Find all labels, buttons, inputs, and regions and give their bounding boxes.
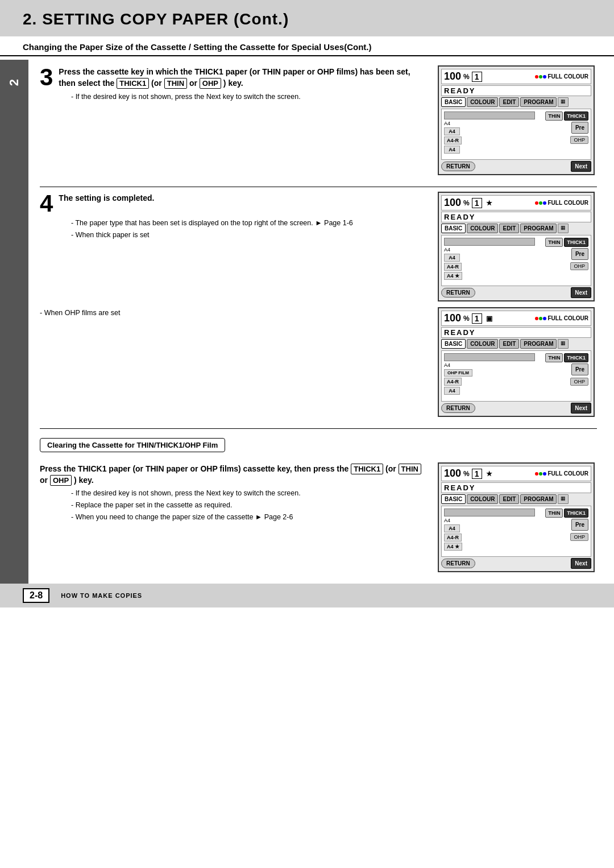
step-4-bullet-2: When thick paper is set <box>71 230 426 241</box>
step-4-row: 4 The setting is completed. The paper ty… <box>40 192 597 417</box>
step-4-bullet-1: The paper type that has been set is disp… <box>71 218 426 229</box>
nav-edit-t[interactable]: EDIT <box>499 224 519 233</box>
main-title: 2. SETTING COPY PAPER (Cont.) <box>23 10 591 28</box>
next-key-ref: Next <box>206 93 221 101</box>
cassette-a4b[interactable]: A4 <box>444 146 460 154</box>
clearing-section: Clearing the Cassette for THIN/THICK1/OH… <box>40 438 597 457</box>
clearing-colour: FULL COLOUR <box>535 470 588 477</box>
nav-basic-o[interactable]: BASIC <box>441 339 466 349</box>
next-key-c: Next <box>206 489 221 497</box>
step-3-row: 3 Press the cassette key in which the TH… <box>40 65 597 175</box>
clearing-bullet-2: Replace the paper set in the cassette as… <box>71 500 426 511</box>
screen3-copy-num: 1 <box>472 72 482 82</box>
divider-2 <box>40 428 597 429</box>
nav-basic-cl[interactable]: BASIC <box>441 494 466 504</box>
nav-program[interactable]: PROGRAM <box>520 97 557 107</box>
footer-page-number: 2-8 <box>23 588 49 603</box>
clearing-bullet-3: When you need to change the paper size o… <box>71 512 426 523</box>
nav-extra[interactable]: ▦ <box>558 97 569 107</box>
ohp-icon: ▣ <box>486 315 492 323</box>
screen3-nav: BASIC COLOUR EDIT PROGRAM ▦ <box>441 97 591 107</box>
screen-ohp-colour: FULL COLOUR <box>535 315 588 321</box>
thin-key[interactable]: THIN <box>164 78 187 89</box>
nav-colour[interactable]: COLOUR <box>467 97 498 107</box>
step-4-body: The paper type that has been set is disp… <box>71 218 426 241</box>
clearing-bullet-1: If the desired key is not shown, press t… <box>71 488 426 499</box>
ohp-key[interactable]: OHP <box>200 78 221 89</box>
thin-btn-cl[interactable]: THIN <box>545 509 563 518</box>
step-3-screen: 100 % 1 FULL COLOUR <box>438 65 597 175</box>
cassette-top <box>444 111 535 119</box>
thick1-btn-t[interactable]: THICK1 <box>564 238 588 247</box>
page-footer: 2-8 HOW TO MAKE COPIES <box>0 584 614 607</box>
screen-thick-colour: FULL COLOUR <box>535 200 588 206</box>
clearing-body: If the desired key is not shown, press t… <box>71 488 426 522</box>
nav-colour-cl[interactable]: COLOUR <box>467 494 498 504</box>
clearing-row: Press the THICK1 paper (or THIN paper or… <box>40 462 597 572</box>
footer-label: HOW TO MAKE COPIES <box>61 592 142 599</box>
divider-1 <box>40 187 597 187</box>
step-3-bullet-1: If the desired key is not shown, press t… <box>71 92 426 102</box>
side-bar: 2 <box>0 60 28 584</box>
chapter-number: 2 <box>7 77 22 86</box>
screen3-main: A4 A4 A4-R A4 <box>441 109 591 160</box>
nav-colour-t[interactable]: COLOUR <box>467 224 498 233</box>
thick1-key-c[interactable]: THICK1 <box>351 464 383 474</box>
return-btn[interactable]: RETURN <box>441 162 475 171</box>
nav-colour-o[interactable]: COLOUR <box>467 339 498 349</box>
clearing-title: Press the THICK1 paper (or THIN paper or… <box>40 462 426 486</box>
screen-thick: 100 % 1 ★ FULL COLOUR <box>438 192 595 301</box>
step-3-title: Press the cassette key in which the THIC… <box>59 65 426 89</box>
nav-edit-cl[interactable]: EDIT <box>499 494 519 504</box>
thin-btn-t[interactable]: THIN <box>545 238 563 247</box>
step-4-number: 4 <box>40 192 53 216</box>
cassette-a4r[interactable]: A4-R <box>444 137 462 144</box>
nav-basic-t[interactable]: BASIC <box>441 224 466 233</box>
next-btn[interactable]: Next <box>571 161 591 172</box>
step-3-number: 3 <box>40 65 53 89</box>
thick1-btn-o[interactable]: THICK1 <box>564 353 588 362</box>
nav-program-t[interactable]: PROGRAM <box>520 224 557 233</box>
screen3-percent: 100 <box>444 71 461 82</box>
nav-program-o[interactable]: PROGRAM <box>520 339 557 349</box>
cassette-a4[interactable]: A4 <box>444 127 460 135</box>
thick1-key[interactable]: THICK1 <box>117 78 149 89</box>
thin-key-c[interactable]: THIN <box>399 464 421 474</box>
screen-ohp: 100 % 1 ▣ FULL COLOUR <box>438 307 595 417</box>
step-4-title: The setting is completed. <box>59 192 154 204</box>
clearing-title-box: Clearing the Cassette for THIN/THICK1/OH… <box>40 438 225 452</box>
nav-basic[interactable]: BASIC <box>441 97 466 107</box>
thin-btn-o[interactable]: THIN <box>545 353 563 362</box>
step-3-body: If the desired key is not shown, press t… <box>71 92 426 102</box>
ohp-film-label[interactable]: OHP FILM <box>444 369 472 377</box>
step-4-screens: 100 % 1 ★ FULL COLOUR <box>438 192 597 417</box>
thin-btn[interactable]: THIN <box>545 111 563 121</box>
nav-program-cl[interactable]: PROGRAM <box>520 494 557 504</box>
ohp-btn[interactable]: OHP <box>570 136 588 144</box>
step-4-ohp-label: - When OHP films are set <box>40 309 426 317</box>
nav-edit[interactable]: EDIT <box>499 97 519 107</box>
nav-edit-o[interactable]: EDIT <box>499 339 519 349</box>
pre-btn[interactable]: Pre <box>571 122 588 134</box>
screen3-ready: READY <box>441 85 591 96</box>
thick-icon: ★ <box>486 199 492 207</box>
sub-title: Changing the Paper Size of the Cassette … <box>23 42 591 52</box>
ohp-key-c[interactable]: OHP <box>50 475 72 486</box>
clearing-icon: ★ <box>486 470 492 478</box>
screen3-colour-label: FULL COLOUR <box>535 73 588 80</box>
thick1-btn[interactable]: THICK1 <box>564 111 588 121</box>
thick1-btn-cl[interactable]: THICK1 <box>564 509 588 518</box>
clearing-screen: 100 % 1 ★ FULL COLOUR <box>438 462 597 572</box>
page-header: 2. SETTING COPY PAPER (Cont.) Changing t… <box>0 0 614 56</box>
